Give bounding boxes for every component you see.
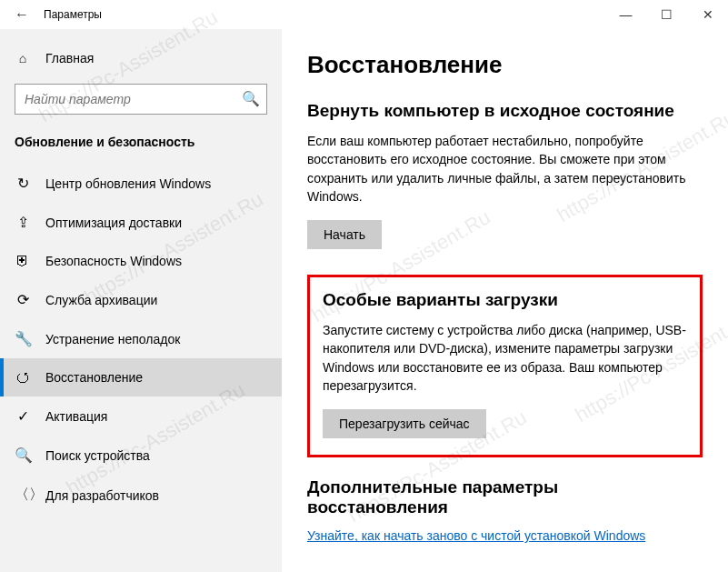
shield-icon: ⛨ — [15, 253, 31, 269]
main-content: Восстановление Вернуть компьютер в исход… — [282, 29, 728, 572]
more-options-heading: Дополнительные параметры восстановления — [307, 477, 703, 517]
sidebar-item-label: Служба архивации — [45, 293, 157, 307]
sidebar-home-label: Главная — [45, 51, 94, 65]
sidebar-section-label: Обновление и безопасность — [0, 129, 282, 164]
recovery-icon: ⭯ — [15, 369, 31, 386]
back-button[interactable]: ← — [7, 6, 36, 23]
reset-start-button[interactable]: Начать — [307, 220, 382, 249]
sidebar-item-delivery-optimization[interactable]: ⇪ Оптимизация доставки — [0, 203, 282, 242]
sidebar-item-label: Устранение неполадок — [45, 332, 180, 346]
wrench-icon: 🔧 — [15, 330, 31, 347]
reset-heading: Вернуть компьютер в исходное состояние — [307, 101, 703, 121]
sidebar-item-windows-update[interactable]: ↻ Центр обновления Windows — [0, 164, 282, 203]
home-icon: ⌂ — [15, 51, 31, 65]
restart-now-button[interactable]: Перезагрузить сейчас — [323, 409, 486, 438]
close-button[interactable]: ✕ — [687, 0, 728, 29]
search-input[interactable] — [15, 84, 267, 115]
sidebar-item-for-developers[interactable]: 〈〉 Для разработчиков — [0, 475, 282, 516]
sync-icon: ↻ — [15, 175, 31, 192]
sidebar-item-troubleshoot[interactable]: 🔧 Устранение неполадок — [0, 319, 282, 358]
advanced-startup-box: Особые варианты загрузки Запустите систе… — [307, 275, 703, 457]
sidebar-item-find-my-device[interactable]: 🔍 Поиск устройства — [0, 436, 282, 475]
advanced-heading: Особые варианты загрузки — [323, 290, 687, 310]
code-icon: 〈〉 — [15, 486, 31, 505]
reset-body: Если ваш компьютер работает нестабильно,… — [307, 132, 698, 206]
sidebar: ⌂ Главная 🔍 Обновление и безопасность ↻ … — [0, 29, 282, 572]
fresh-start-link[interactable]: Узнайте, как начать заново с чистой уста… — [307, 528, 645, 543]
sidebar-home[interactable]: ⌂ Главная — [0, 44, 282, 73]
maximize-button[interactable]: ☐ — [646, 0, 687, 29]
sidebar-item-activation[interactable]: ✓ Активация — [0, 396, 282, 436]
search-wrap: 🔍 — [15, 84, 267, 115]
sidebar-item-label: Активация — [45, 409, 107, 424]
sidebar-item-windows-security[interactable]: ⛨ Безопасность Windows — [0, 242, 282, 280]
search-icon: 🔍 — [242, 90, 260, 107]
search-device-icon: 🔍 — [15, 447, 31, 464]
sidebar-item-label: Центр обновления Windows — [45, 176, 211, 191]
sidebar-item-label: Поиск устройства — [45, 448, 150, 463]
minimize-button[interactable]: — — [605, 0, 646, 29]
sidebar-item-label: Восстановление — [45, 370, 143, 385]
titlebar: ← Параметры — ☐ ✕ — [0, 0, 728, 29]
check-icon: ✓ — [15, 407, 31, 425]
sidebar-item-label: Для разработчиков — [45, 488, 159, 503]
window-title: Параметры — [44, 8, 102, 21]
sidebar-item-backup[interactable]: ⟳ Служба архивации — [0, 280, 282, 319]
page-title: Восстановление — [307, 51, 703, 79]
history-icon: ⟳ — [15, 291, 31, 308]
sidebar-item-recovery[interactable]: ⭯ Восстановление — [0, 358, 282, 396]
sidebar-item-label: Оптимизация доставки — [45, 216, 182, 230]
sidebar-item-label: Безопасность Windows — [45, 254, 182, 268]
upload-icon: ⇪ — [15, 214, 31, 231]
advanced-body: Запустите систему с устройства либо диск… — [323, 321, 687, 395]
